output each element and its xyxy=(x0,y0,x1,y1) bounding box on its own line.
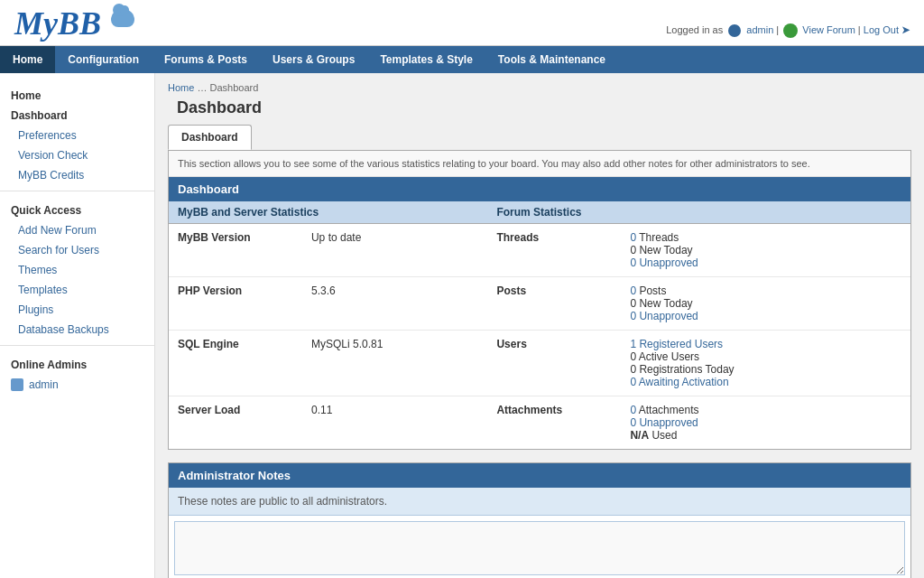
col2-header: Forum Statistics xyxy=(487,201,910,224)
posts-label: Posts xyxy=(487,277,621,331)
view-forum-icon xyxy=(783,23,798,38)
threads-label: Threads xyxy=(487,224,621,277)
sidebar-database-backups[interactable]: Database Backups xyxy=(0,320,154,340)
server-load-label: Server Load xyxy=(169,396,302,450)
navbar: Home Configuration Forums & Posts Users … xyxy=(0,46,924,73)
sidebar-online-admin: admin xyxy=(0,375,154,395)
php-version-label: PHP Version xyxy=(169,277,302,331)
admin-username[interactable]: admin xyxy=(29,378,59,391)
nav-templates-style[interactable]: Templates & Style xyxy=(367,46,485,73)
sidebar: Home Dashboard Preferences Version Check… xyxy=(0,73,155,578)
admin-notes-header: Administrator Notes xyxy=(169,463,910,488)
admin-avatar-icon xyxy=(11,378,23,391)
logo: MyBB xyxy=(14,7,134,45)
sidebar-divider-2 xyxy=(0,345,154,346)
threads-unapproved[interactable]: 0 Unapproved xyxy=(630,256,901,269)
logo-bb-text: BB xyxy=(58,5,101,42)
threads-new-today: 0 New Today xyxy=(630,244,901,256)
registrations-today: 0 Registrations Today xyxy=(630,363,901,376)
posts-unapproved[interactable]: 0 Unapproved xyxy=(630,310,901,322)
breadcrumb: Home … Dashboard xyxy=(168,82,911,93)
logo-my-text: My xyxy=(14,5,58,42)
breadcrumb-separator: … xyxy=(197,82,209,93)
table-row: SQL Engine MySQLi 5.0.81 Users 1 Registe… xyxy=(169,331,910,396)
nav-tools-maintenance[interactable]: Tools & Maintenance xyxy=(485,46,618,73)
logout-arrow-icon: ➤ xyxy=(901,24,910,35)
breadcrumb-current: Dashboard xyxy=(209,82,258,93)
users-label: Users xyxy=(487,331,621,396)
dashboard-description: This section allows you to see some of t… xyxy=(169,151,910,177)
nav-users-groups[interactable]: Users & Groups xyxy=(260,46,367,73)
sidebar-templates[interactable]: Templates xyxy=(0,280,154,300)
sidebar-section-online-admins: Online Admins xyxy=(0,351,154,375)
username-link[interactable]: admin xyxy=(746,24,773,35)
layout: Home Dashboard Preferences Version Check… xyxy=(0,73,924,578)
posts-num: 0 xyxy=(630,284,636,297)
nav-forums-posts[interactable]: Forums & Posts xyxy=(152,46,260,73)
admin-notes-area xyxy=(169,516,910,578)
posts-count: 0 Posts xyxy=(630,284,901,297)
attachments-count: 0 Attachments xyxy=(630,404,901,416)
table-row: PHP Version 5.3.6 Posts 0 Posts 0 New To… xyxy=(169,277,910,331)
attachments-label: Attachments xyxy=(487,396,621,450)
sidebar-themes[interactable]: Themes xyxy=(0,260,154,280)
header: MyBB Logged in as admin | View Forum | L… xyxy=(0,0,924,46)
sidebar-section-home: Home xyxy=(0,82,154,106)
col1-header: MyBB and Server Statistics xyxy=(169,201,487,224)
table-row: Server Load 0.11 Attachments 0 Attachmen… xyxy=(169,396,910,450)
page-title: Dashboard xyxy=(168,98,911,117)
user-info: Logged in as admin | View Forum | Log Ou… xyxy=(666,23,910,45)
sidebar-section-quick-access: Quick Access xyxy=(0,197,154,220)
sidebar-plugins[interactable]: Plugins xyxy=(0,300,154,320)
breadcrumb-home[interactable]: Home xyxy=(168,82,194,93)
threads-num: 0 xyxy=(630,231,636,244)
mybb-version-label: MyBB Version xyxy=(169,224,302,277)
attachments-num: 0 xyxy=(630,404,636,416)
active-users: 0 Active Users xyxy=(630,350,901,363)
sidebar-preferences[interactable]: Preferences xyxy=(0,126,154,145)
admin-notes-description: These notes are public to all administra… xyxy=(169,488,910,516)
sidebar-dashboard[interactable]: Dashboard xyxy=(0,106,154,126)
threads-new-num: 0 xyxy=(630,244,636,256)
users-value: 1 Registered Users 0 Active Users 0 Regi… xyxy=(621,331,910,396)
table-row: MyBB Version Up to date Threads 0 Thread… xyxy=(169,224,910,277)
registered-users[interactable]: 1 Registered Users xyxy=(630,338,901,350)
tab-bar: Dashboard xyxy=(168,125,911,150)
sidebar-search-for-users[interactable]: Search for Users xyxy=(0,240,154,260)
threads-count: 0 Threads xyxy=(630,231,901,244)
attachments-value: 0 Attachments 0 Unapproved N/A Used xyxy=(621,396,910,450)
dashboard-section-header: Dashboard xyxy=(169,177,910,201)
mybb-version-value: Up to date xyxy=(302,224,488,277)
posts-value: 0 Posts 0 New Today 0 Unapproved xyxy=(621,277,910,331)
logout-link[interactable]: Log Out xyxy=(864,24,899,35)
view-forum-link[interactable]: View Forum xyxy=(802,24,855,35)
awaiting-activation[interactable]: 0 Awaiting Activation xyxy=(630,376,901,388)
sidebar-divider-1 xyxy=(0,191,154,191)
user-avatar-icon xyxy=(728,24,741,37)
admin-notes-textarea[interactable] xyxy=(174,521,905,575)
dashboard-section: This section allows you to see some of t… xyxy=(168,150,911,450)
posts-new-num: 0 xyxy=(630,297,636,310)
posts-new-today: 0 New Today xyxy=(630,297,901,310)
nav-configuration[interactable]: Configuration xyxy=(55,46,152,73)
logged-in-label: Logged in as xyxy=(666,24,723,35)
sidebar-mybb-credits[interactable]: MyBB Credits xyxy=(0,165,154,185)
stats-table: MyBB and Server Statistics Forum Statist… xyxy=(169,201,910,449)
sql-engine-label: SQL Engine xyxy=(169,331,302,396)
attachments-unapproved[interactable]: 0 Unapproved xyxy=(630,416,901,429)
admin-notes-section: Administrator Notes These notes are publ… xyxy=(168,462,911,578)
sidebar-add-new-forum[interactable]: Add New Forum xyxy=(0,220,154,240)
sql-engine-value: MySQLi 5.0.81 xyxy=(302,331,488,396)
tab-dashboard[interactable]: Dashboard xyxy=(168,125,252,150)
nav-home[interactable]: Home xyxy=(0,46,55,73)
threads-value: 0 Threads 0 New Today 0 Unapproved xyxy=(621,224,910,277)
server-load-value: 0.11 xyxy=(302,396,488,450)
sidebar-version-check[interactable]: Version Check xyxy=(0,145,154,165)
php-version-value: 5.3.6 xyxy=(302,277,488,331)
attachments-used: N/A Used xyxy=(630,429,901,442)
main-content: Home … Dashboard Dashboard Dashboard Thi… xyxy=(155,73,924,578)
